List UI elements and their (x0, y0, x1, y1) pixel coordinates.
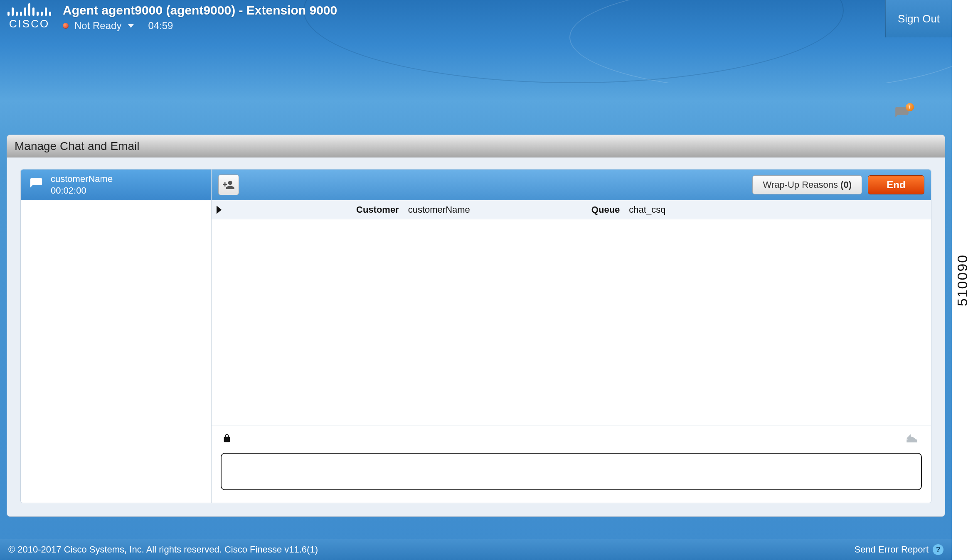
agent-status-label: Not Ready (74, 20, 121, 32)
lock-icon[interactable] (222, 433, 232, 445)
chat-message-input[interactable] (221, 453, 922, 490)
add-participant-button[interactable] (218, 174, 239, 195)
chat-transcript-area (212, 219, 931, 425)
conversation-toolbar: Wrap-Up Reasons (0) End (212, 169, 931, 200)
sign-out-button[interactable]: Sign Out (885, 0, 952, 37)
manage-section-title: Manage Chat and Email (7, 135, 945, 157)
manage-chat-email-section: Manage Chat and Email customerName 00:02… (7, 135, 945, 517)
wrap-up-count: (0) (840, 179, 852, 190)
chat-bubble-icon (28, 177, 44, 193)
info-queue-value: chat_csq (629, 204, 665, 215)
end-label: End (887, 179, 905, 190)
image-reference-value: 510090 (954, 254, 971, 306)
info-queue-label: Queue (591, 204, 620, 215)
info-customer-label: Customer (356, 204, 399, 215)
chevron-down-icon (128, 24, 134, 28)
image-reference-number: 510090 (952, 0, 973, 560)
app-header: CISCO Agent agent9000 (agent9000) - Exte… (0, 0, 952, 37)
conversation-customer-name: customerName (51, 174, 113, 184)
conversation-timer: 00:02:00 (51, 185, 113, 196)
agent-status-timer: 04:59 (148, 20, 173, 32)
disclosure-triangle-icon[interactable] (217, 206, 222, 214)
help-icon[interactable]: ? (933, 544, 943, 555)
end-chat-button[interactable]: End (868, 175, 924, 194)
conversation-list-empty (21, 200, 211, 503)
chat-notification-icon[interactable]: ! (893, 106, 911, 123)
send-error-report-link[interactable]: Send Error Report (854, 544, 929, 555)
brand-name: CISCO (9, 17, 49, 30)
wrap-up-label: Wrap-Up Reasons (763, 179, 840, 190)
conversation-info-strip: Customer customerName Queue chat_csq (212, 200, 931, 219)
chat-notification-badge: ! (906, 103, 914, 111)
info-customer-value: customerName (408, 204, 470, 215)
cisco-logo: CISCO (7, 3, 51, 30)
send-reply-icon[interactable] (904, 431, 920, 447)
wrap-up-reasons-button[interactable]: Wrap-Up Reasons (0) (752, 175, 862, 194)
chat-input-area (212, 425, 931, 503)
status-not-ready-icon (63, 23, 69, 29)
agent-status-selector[interactable]: Not Ready 04:59 (63, 20, 337, 32)
agent-identity: Agent agent9000 (agent9000) - Extension … (63, 3, 337, 17)
conversation-list: customerName 00:02:00 (21, 169, 211, 503)
svg-rect-0 (906, 440, 917, 442)
conversation-main: Wrap-Up Reasons (0) End Customer custome… (211, 169, 931, 503)
app-footer: © 2010-2017 Cisco Systems, Inc. All righ… (0, 539, 952, 560)
sign-out-label: Sign Out (898, 12, 940, 25)
conversation-item[interactable]: customerName 00:02:00 (21, 169, 211, 200)
chat-workspace: customerName 00:02:00 Wrap-Up Reasons (0… (20, 169, 931, 503)
footer-copyright: © 2010-2017 Cisco Systems, Inc. All righ… (8, 544, 318, 555)
